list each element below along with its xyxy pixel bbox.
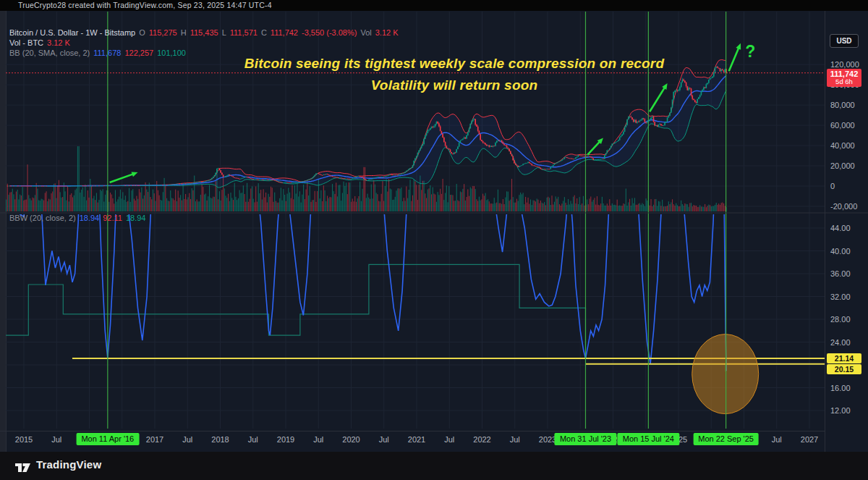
candle-body bbox=[273, 180, 274, 180]
volume-bar bbox=[96, 193, 97, 211]
volume-bar bbox=[115, 190, 116, 211]
chart-canvas[interactable]: ? bbox=[0, 0, 868, 480]
volume-bar bbox=[207, 201, 208, 211]
volume-bar bbox=[289, 193, 290, 211]
volume-bar bbox=[461, 192, 462, 211]
volume-bar bbox=[621, 206, 621, 211]
candle-body bbox=[288, 182, 289, 183]
price-axis[interactable]: USD 111,742 5d 6h 120,000100,00080,00060… bbox=[825, 11, 868, 452]
volume-bar bbox=[563, 201, 563, 211]
volume-bar bbox=[46, 191, 47, 211]
candle-body bbox=[33, 186, 35, 187]
currency-toggle-button[interactable]: USD bbox=[830, 34, 859, 48]
candle-body bbox=[442, 134, 443, 138]
volume-bar bbox=[424, 181, 425, 211]
volume-bar bbox=[634, 198, 635, 211]
candle-body bbox=[435, 124, 436, 126]
candle-body bbox=[73, 186, 75, 187]
volume-bar bbox=[61, 198, 61, 211]
candle-body bbox=[712, 77, 713, 78]
candle-body bbox=[367, 180, 368, 181]
candle-body bbox=[554, 164, 556, 165]
candle-body bbox=[674, 90, 676, 92]
volume-bar bbox=[530, 199, 531, 211]
candle-body bbox=[465, 138, 467, 139]
volume-bar bbox=[57, 186, 58, 211]
candle-body bbox=[517, 166, 519, 167]
candle-body bbox=[683, 80, 684, 81]
candle-body bbox=[669, 113, 671, 116]
volume-bar bbox=[626, 189, 626, 212]
candle-body bbox=[584, 156, 585, 156]
candle-body bbox=[25, 186, 26, 187]
candle-body bbox=[560, 161, 561, 161]
volume-bar bbox=[287, 193, 288, 211]
volume-bar bbox=[38, 201, 39, 211]
candle-body bbox=[595, 159, 597, 160]
candle-body bbox=[252, 179, 253, 180]
candle-body bbox=[349, 179, 351, 180]
candle-body bbox=[150, 185, 151, 186]
volume-bar bbox=[55, 183, 56, 211]
volume-bar bbox=[696, 206, 697, 211]
volume-bar bbox=[161, 201, 162, 211]
candle-body bbox=[548, 169, 549, 169]
volume-bar bbox=[90, 179, 90, 211]
candle-body bbox=[82, 185, 84, 186]
bbw-tick-label: 32.00 bbox=[830, 292, 851, 301]
time-tick-label: 2021 bbox=[408, 435, 425, 444]
bbw-tick-label: 16.00 bbox=[830, 384, 851, 392]
candle-body bbox=[486, 145, 488, 146]
volume-legend[interactable]: Vol - BTC3.12 K bbox=[9, 38, 74, 47]
volume-bar bbox=[144, 195, 145, 211]
candle-body bbox=[519, 166, 520, 167]
candle-body bbox=[602, 159, 603, 159]
candle-body bbox=[225, 176, 226, 177]
candle-body bbox=[665, 122, 667, 122]
time-axis[interactable]: 2015Jul2017Jul2018Jul2019Jul2020Jul2021J… bbox=[0, 431, 825, 452]
candle-body bbox=[370, 180, 371, 180]
bb-legend[interactable]: BB (20, SMA, close, 2)111,678122,257101,… bbox=[9, 49, 190, 57]
tradingview-logo-text[interactable]: TradingView bbox=[36, 458, 101, 471]
candle-body bbox=[115, 185, 116, 186]
volume-bar bbox=[520, 193, 521, 211]
candle-body bbox=[396, 175, 397, 176]
candle-body bbox=[438, 123, 440, 126]
candle-body bbox=[640, 119, 642, 120]
candle-body bbox=[404, 172, 406, 172]
volume-bar bbox=[294, 185, 295, 211]
candle-body bbox=[436, 122, 438, 124]
bbw-legend[interactable]: BBW (20, close, 2)18.9492.1118.94 bbox=[9, 214, 149, 222]
price-tick-label: 0 bbox=[830, 182, 835, 190]
volume-bar bbox=[417, 200, 418, 211]
volume-bar bbox=[325, 190, 326, 211]
symbol-legend[interactable]: Bitcoin / U.S. Dollar - 1W - BitstampO11… bbox=[9, 28, 402, 37]
candle-body bbox=[309, 179, 310, 180]
volume-bar bbox=[317, 191, 318, 211]
volume-bar bbox=[506, 191, 507, 211]
candle-body bbox=[344, 178, 346, 179]
volume-bar bbox=[631, 198, 632, 211]
volume-bar bbox=[570, 201, 571, 211]
candle-body bbox=[12, 186, 13, 187]
volume-bar bbox=[293, 199, 294, 211]
volume-bar bbox=[127, 202, 127, 211]
volume-bar bbox=[205, 193, 206, 211]
candle-body bbox=[611, 144, 613, 146]
candle-body bbox=[496, 141, 498, 143]
candle-body bbox=[211, 178, 213, 180]
candle-body bbox=[469, 124, 471, 129]
volume-bar bbox=[320, 190, 321, 211]
volume-bar bbox=[354, 196, 355, 211]
volume-bar bbox=[269, 197, 270, 211]
volume-bar bbox=[116, 201, 117, 211]
volume-bar bbox=[310, 202, 311, 211]
volume-bar bbox=[435, 195, 435, 211]
candle-body bbox=[696, 102, 697, 103]
candle-body bbox=[630, 117, 631, 117]
candle-body bbox=[331, 176, 332, 177]
volume-bar bbox=[599, 205, 600, 211]
volume-bar bbox=[490, 203, 490, 211]
tradingview-logo-icon[interactable] bbox=[14, 459, 32, 473]
candle-body bbox=[35, 186, 36, 187]
